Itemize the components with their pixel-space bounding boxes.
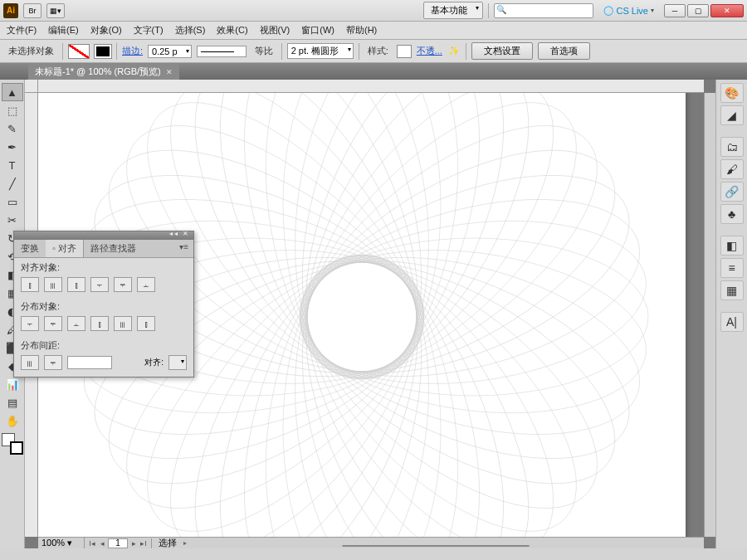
opacity-link[interactable]: 不透... bbox=[417, 45, 442, 57]
options-bar: 未选择对象 描边: 0.25 p 等比 2 pt. 椭圆形 样式: 不透... … bbox=[0, 40, 747, 63]
dist-btn-3[interactable]: ⫿ bbox=[90, 316, 109, 331]
align-to-dropdown[interactable] bbox=[168, 355, 187, 370]
panel-icon-5[interactable]: 🔗 bbox=[720, 182, 744, 202]
menu-effect[interactable]: 效果(C) bbox=[217, 24, 247, 37]
tool-0[interactable]: ▲ bbox=[2, 83, 23, 101]
fill-swatch[interactable] bbox=[68, 44, 90, 59]
doc-tab-close-icon[interactable]: ✕ bbox=[166, 68, 173, 76]
tool-6[interactable]: ▭ bbox=[2, 192, 23, 211]
minimize-button[interactable]: ─ bbox=[664, 4, 686, 17]
panel-icon-8[interactable]: ◧ bbox=[720, 236, 744, 256]
tool-2[interactable]: ✎ bbox=[2, 119, 23, 138]
color-swatches[interactable] bbox=[2, 433, 23, 455]
doc-tab[interactable]: 未标题-1* @ 100% (RGB/预览) ✕ bbox=[28, 64, 179, 80]
tool-7[interactable]: ✂ bbox=[2, 211, 23, 229]
workspace-dropdown[interactable]: 基本功能 bbox=[423, 2, 483, 19]
page-input[interactable] bbox=[108, 538, 128, 548]
tool-16[interactable]: 📊 bbox=[2, 375, 23, 393]
menu-object[interactable]: 对象(O) bbox=[90, 24, 122, 37]
maximize-button[interactable]: ▢ bbox=[687, 4, 709, 17]
ai-logo: Ai bbox=[3, 3, 18, 18]
first-page-icon[interactable]: I◂ bbox=[88, 539, 96, 548]
panel-icon-6[interactable]: ♣ bbox=[720, 204, 744, 224]
svg-point-38 bbox=[270, 93, 512, 397]
spacing-input[interactable] bbox=[67, 356, 112, 369]
panel-icon-10[interactable]: ▦ bbox=[720, 280, 744, 300]
stroke-swatch[interactable] bbox=[95, 45, 111, 58]
doc-tab-title: 未标题-1* @ 100% (RGB/预览) bbox=[35, 66, 161, 78]
style-swatch[interactable] bbox=[397, 45, 412, 58]
prev-page-icon[interactable]: ◂ bbox=[98, 539, 106, 548]
panel-icon-4[interactable]: 🖌 bbox=[720, 159, 744, 179]
tool-17[interactable]: ▤ bbox=[2, 393, 23, 411]
ruler-corner bbox=[25, 80, 38, 93]
svg-point-32 bbox=[150, 93, 461, 410]
arrange-button[interactable]: ▦▾ bbox=[46, 3, 65, 18]
panel-icon-3[interactable]: 🗂 bbox=[720, 137, 744, 157]
panel-icon-12[interactable]: A| bbox=[720, 312, 744, 332]
tool-3[interactable]: ✒ bbox=[2, 138, 23, 156]
brush-dropdown[interactable]: 2 pt. 椭圆形 bbox=[287, 43, 354, 59]
menu-edit[interactable]: 编辑(E) bbox=[48, 24, 79, 37]
align-btn-5[interactable]: ⫠ bbox=[137, 277, 155, 292]
next-page-icon[interactable]: ▸ bbox=[129, 539, 138, 548]
search-input[interactable] bbox=[494, 3, 593, 18]
align-btn-1[interactable]: ⫼ bbox=[44, 277, 62, 292]
ruler-horizontal[interactable] bbox=[38, 80, 704, 93]
stroke-weight-dropdown[interactable]: 0.25 p bbox=[148, 45, 192, 58]
svg-point-40 bbox=[262, 93, 574, 410]
dist-btn-4[interactable]: ⫼ bbox=[114, 316, 132, 331]
stroke-link[interactable]: 描边: bbox=[122, 45, 143, 57]
menu-type[interactable]: 文字(T) bbox=[134, 24, 164, 37]
scrollbar-vertical[interactable] bbox=[704, 93, 715, 537]
tool-1[interactable]: ⬚ bbox=[2, 101, 23, 119]
close-button[interactable]: ✕ bbox=[710, 4, 744, 17]
svg-point-10 bbox=[270, 236, 512, 537]
align-btn-2[interactable]: ⫿ bbox=[67, 277, 85, 292]
menubar: 文件(F) 编辑(E) 对象(O) 文字(T) 选择(S) 效果(C) 视图(V… bbox=[0, 22, 747, 40]
doc-setup-button[interactable]: 文档设置 bbox=[471, 42, 533, 60]
dist-btn-0[interactable]: ⫟ bbox=[21, 316, 39, 331]
svg-point-5 bbox=[265, 217, 637, 537]
dist-btn-1[interactable]: ⫧ bbox=[44, 316, 62, 331]
tool-18[interactable]: ✋ bbox=[2, 411, 23, 430]
tab-pathfinder[interactable]: 路径查找器 bbox=[84, 240, 143, 257]
panel-icon-9[interactable]: ≡ bbox=[720, 258, 744, 278]
menu-window[interactable]: 窗口(W) bbox=[301, 24, 334, 37]
tab-transform[interactable]: 变换 bbox=[14, 240, 46, 257]
tab-align[interactable]: ◦ 对齐 bbox=[46, 240, 84, 257]
stroke-profile-dropdown[interactable] bbox=[197, 46, 247, 57]
bridge-button[interactable]: Br bbox=[23, 3, 42, 18]
menu-view[interactable]: 视图(V) bbox=[260, 24, 290, 37]
tool-label: 选择 bbox=[152, 537, 183, 548]
style-label: 样式: bbox=[364, 45, 392, 57]
cslive-button[interactable]: CS Live bbox=[598, 5, 659, 16]
recolor-icon[interactable]: ✨ bbox=[447, 45, 461, 58]
menu-help[interactable]: 帮助(H) bbox=[346, 24, 377, 37]
statusbar: 100% ▾ I◂ ◂ ▸ ▸I 选择 ▸ bbox=[38, 537, 704, 548]
prefs-button[interactable]: 首选项 bbox=[538, 42, 590, 60]
align-btn-4[interactable]: ⫧ bbox=[114, 277, 132, 292]
align-btn-0[interactable]: ⫿ bbox=[21, 277, 39, 292]
svg-point-6 bbox=[262, 217, 620, 537]
panel-header[interactable] bbox=[14, 231, 193, 240]
panel-icon-1[interactable]: ◢ bbox=[720, 105, 744, 125]
spacing-v-button[interactable]: ⫼ bbox=[21, 355, 39, 370]
doc-tab-strip: 未标题-1* @ 100% (RGB/预览) ✕ bbox=[0, 63, 747, 80]
right-panel-dock: 🎨◢🗂🖌🔗♣◧≡▦A| bbox=[715, 80, 747, 548]
spacing-h-button[interactable]: ⫧ bbox=[44, 355, 62, 370]
svg-point-34 bbox=[212, 93, 454, 397]
panel-menu-icon[interactable]: ▾≡ bbox=[174, 240, 193, 257]
dist-btn-2[interactable]: ⫠ bbox=[67, 316, 85, 331]
menu-select[interactable]: 选择(S) bbox=[175, 24, 206, 37]
menu-file[interactable]: 文件(F) bbox=[7, 24, 37, 37]
tool-5[interactable]: ╱ bbox=[2, 174, 23, 192]
dist-btn-5[interactable]: ⫿ bbox=[137, 316, 155, 331]
panel-icon-0[interactable]: 🎨 bbox=[720, 83, 744, 103]
selection-label: 未选择对象 bbox=[5, 45, 57, 57]
last-page-icon[interactable]: ▸I bbox=[139, 539, 148, 548]
align-btn-3[interactable]: ⫟ bbox=[90, 277, 109, 292]
tool-4[interactable]: T bbox=[2, 156, 23, 174]
uniform-label: 等比 bbox=[251, 45, 276, 57]
zoom-dropdown[interactable]: 100% ▾ bbox=[38, 538, 85, 548]
